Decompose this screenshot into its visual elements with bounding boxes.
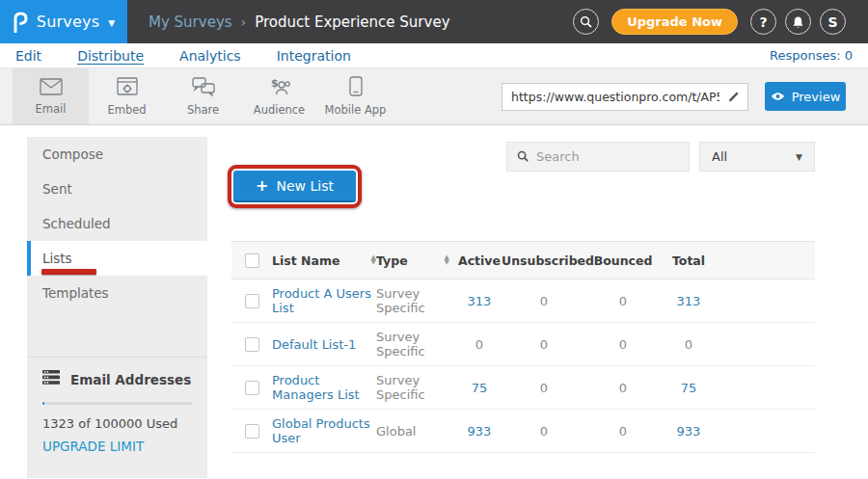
select-all-checkbox[interactable] bbox=[245, 253, 259, 268]
bounced-count[interactable]: 0 bbox=[586, 337, 660, 352]
list-type: Survey Specific bbox=[376, 286, 449, 315]
tool-mobile-app[interactable]: Mobile App bbox=[317, 68, 393, 124]
column-header-unsubscribed: Unsubscribed bbox=[502, 253, 586, 268]
tool-email[interactable]: Email bbox=[13, 68, 89, 124]
list-type: Survey Specific bbox=[376, 373, 449, 402]
usage-progress-fill bbox=[42, 402, 44, 405]
list-type: Global bbox=[376, 424, 416, 439]
unsubscribed-count[interactable]: 0 bbox=[502, 381, 586, 395]
table-row: Product Managers List Survey Specific 75… bbox=[231, 366, 815, 410]
upgrade-limit-link[interactable]: UPGRADE LIMIT bbox=[42, 439, 144, 454]
list-search-box bbox=[506, 142, 690, 172]
list-name-link[interactable]: Default List-1 bbox=[272, 337, 356, 352]
row-checkbox[interactable] bbox=[245, 424, 259, 439]
chevron-down-icon: ▼ bbox=[796, 152, 802, 162]
new-list-button[interactable]: + New List bbox=[233, 171, 356, 202]
help-icon[interactable]: ? bbox=[750, 9, 776, 35]
survey-url-box bbox=[502, 83, 748, 111]
survey-url-input[interactable] bbox=[502, 90, 725, 104]
bounced-count[interactable]: 0 bbox=[586, 381, 660, 395]
list-type: Survey Specific bbox=[376, 330, 449, 359]
app-window: Surveys ▼ My Surveys › Product Experienc… bbox=[0, 0, 868, 479]
bounced-count[interactable]: 0 bbox=[586, 294, 660, 308]
total-count[interactable]: 933 bbox=[660, 424, 718, 439]
svg-text:$: $ bbox=[271, 77, 279, 90]
search-icon-small bbox=[517, 147, 529, 166]
list-name-link[interactable]: Global Products User bbox=[272, 416, 376, 445]
tool-embed[interactable]: Embed bbox=[89, 68, 165, 124]
filter-selected-value: All bbox=[712, 149, 727, 164]
lists-table: List Name ▲▼ Type ▲▼ Active Unsubscribed… bbox=[231, 241, 815, 453]
unsubscribed-count[interactable]: 0 bbox=[502, 424, 586, 439]
sidebar-item-lists[interactable]: Lists bbox=[27, 241, 207, 276]
unsubscribed-count[interactable]: 0 bbox=[502, 337, 586, 352]
product-switcher[interactable]: Surveys ▼ bbox=[0, 0, 127, 43]
email-list-icon bbox=[42, 370, 60, 388]
table-header-row: List Name ▲▼ Type ▲▼ Active Unsubscribed… bbox=[231, 241, 815, 279]
list-search-input[interactable] bbox=[536, 149, 679, 164]
sidebar-item-templates[interactable]: Templates bbox=[27, 276, 207, 310]
table-row: Default List-1 Survey Specific 0 0 0 0 bbox=[231, 323, 815, 366]
list-name-link[interactable]: Product Managers List bbox=[272, 373, 376, 402]
total-count[interactable]: 313 bbox=[660, 294, 718, 308]
upgrade-now-button[interactable]: Upgrade Now bbox=[611, 9, 738, 35]
share-icon bbox=[192, 77, 215, 100]
breadcrumb-my-surveys[interactable]: My Surveys bbox=[149, 13, 232, 31]
email-addresses-section: Email Addresses 1323 of 100000 Used UPGR… bbox=[27, 357, 207, 467]
sidebar-item-compose[interactable]: Compose bbox=[27, 137, 207, 172]
tool-audience[interactable]: $ Audience bbox=[241, 68, 317, 124]
toolbar-right: Preview bbox=[502, 68, 868, 124]
unsubscribed-count[interactable]: 0 bbox=[502, 294, 586, 308]
tab-integration[interactable]: Integration bbox=[277, 48, 351, 64]
active-count[interactable]: 933 bbox=[457, 424, 502, 439]
red-underline-annotation bbox=[41, 269, 96, 275]
responses-count[interactable]: Responses: 0 bbox=[770, 48, 853, 63]
tab-edit[interactable]: Edit bbox=[15, 48, 41, 64]
audience-icon: $ bbox=[268, 77, 291, 100]
total-count[interactable]: 0 bbox=[660, 337, 718, 352]
column-header-active: Active bbox=[457, 253, 502, 268]
top-header: Surveys ▼ My Surveys › Product Experienc… bbox=[0, 0, 868, 43]
column-header-list-name: List Name bbox=[272, 253, 339, 268]
list-filter-dropdown[interactable]: All ▼ bbox=[699, 142, 815, 172]
breadcrumb-current-survey: Product Experience Survey bbox=[255, 13, 449, 31]
row-checkbox[interactable] bbox=[245, 294, 259, 308]
table-row: Global Products User Global 933 0 0 933 bbox=[231, 410, 815, 453]
eye-icon bbox=[771, 90, 785, 104]
header-actions: Upgrade Now ? S bbox=[573, 9, 868, 35]
red-box-annotation: + New List bbox=[228, 165, 362, 208]
sort-icon[interactable]: ▲▼ bbox=[445, 255, 449, 265]
row-checkbox[interactable] bbox=[245, 381, 259, 395]
section-tabs: Edit Distribute Analytics Integration Re… bbox=[0, 43, 868, 68]
plus-icon: + bbox=[256, 176, 268, 195]
tab-distribute[interactable]: Distribute bbox=[77, 48, 144, 64]
list-name-link[interactable]: Product A Users List bbox=[272, 286, 376, 315]
distribute-toolbar: Email Embed Share $ Audience Mobile App bbox=[0, 68, 868, 125]
tab-analytics[interactable]: Analytics bbox=[179, 48, 241, 64]
column-header-type: Type bbox=[376, 253, 408, 268]
column-header-bounced: Bounced bbox=[586, 253, 660, 268]
embed-icon bbox=[117, 77, 138, 100]
questionpro-logo-icon bbox=[13, 12, 28, 33]
content-area: Compose Sent Scheduled Lists Templates E… bbox=[0, 125, 868, 478]
tool-share[interactable]: Share bbox=[165, 68, 241, 124]
active-count[interactable]: 313 bbox=[457, 294, 502, 308]
edit-pencil-icon[interactable] bbox=[725, 91, 747, 103]
bounced-count[interactable]: 0 bbox=[586, 424, 660, 439]
total-count[interactable]: 75 bbox=[660, 381, 718, 395]
preview-button[interactable]: Preview bbox=[765, 82, 846, 111]
breadcrumb: My Surveys › Product Experience Survey bbox=[149, 13, 450, 31]
search-icon[interactable] bbox=[573, 9, 599, 35]
active-count[interactable]: 75 bbox=[457, 381, 502, 395]
usage-text: 1323 of 100000 Used bbox=[42, 416, 192, 431]
column-header-total: Total bbox=[660, 253, 718, 268]
sidebar-item-scheduled[interactable]: Scheduled bbox=[27, 206, 207, 241]
email-sidebar: Compose Sent Scheduled Lists Templates E… bbox=[27, 137, 207, 478]
email-icon bbox=[40, 78, 63, 99]
chevron-down-icon: ▼ bbox=[108, 18, 115, 28]
row-checkbox[interactable] bbox=[245, 337, 259, 352]
sidebar-item-sent[interactable]: Sent bbox=[27, 172, 207, 206]
notifications-bell-icon[interactable] bbox=[785, 9, 811, 35]
active-count[interactable]: 0 bbox=[457, 337, 502, 352]
avatar[interactable]: S bbox=[820, 9, 846, 35]
